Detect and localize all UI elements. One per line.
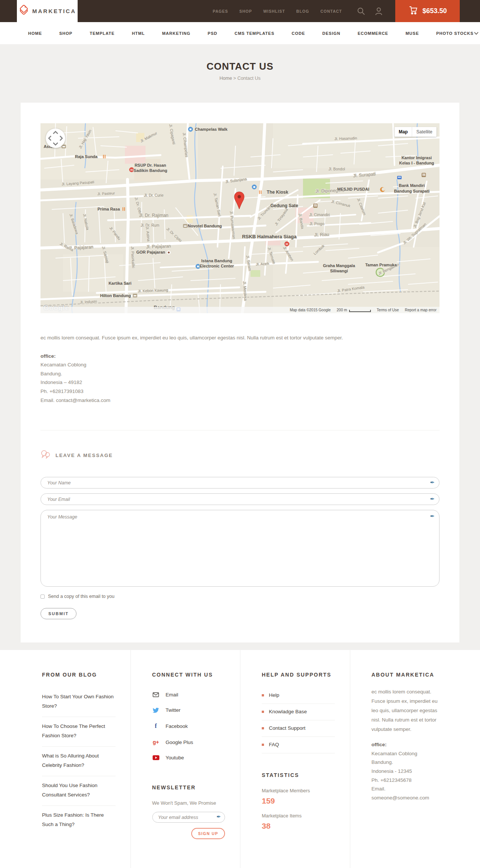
map-label: Prima Rasa xyxy=(98,207,120,211)
map-label: Novotel Bandung xyxy=(188,224,222,228)
header-nav-contact[interactable]: CONTACT xyxy=(320,9,342,13)
help-link-faq[interactable]: FAQ xyxy=(262,737,335,753)
header-nav-wishlist[interactable]: WISHLIST xyxy=(263,9,285,13)
map-label: Kelas I - Bandung xyxy=(399,161,434,165)
about-address-line: Kecamatan Coblong xyxy=(372,749,445,758)
send-copy-option: Send a copy of this email to you xyxy=(40,594,440,599)
subnav-item-code[interactable]: CODE xyxy=(292,31,305,36)
form-heading: LEAVE A MESSAGE xyxy=(56,453,113,458)
office-label: office: xyxy=(372,740,445,749)
help-label: Knowladge Base xyxy=(269,709,307,714)
search-icon[interactable] xyxy=(357,7,365,15)
subnav-item-shop[interactable]: SHOP xyxy=(59,31,72,36)
office-label: office: xyxy=(40,352,440,361)
help-link-knowladge-base[interactable]: Knowladge Base xyxy=(262,704,335,720)
social-link-google-plus[interactable]: g+Google Plus xyxy=(152,735,225,750)
map-label: Kantor Imigrasi xyxy=(402,155,432,160)
map-label: Jl. Aceh xyxy=(256,261,269,266)
blog-link[interactable]: How To Choose The Perfect Fashion Store? xyxy=(42,717,116,747)
map-label: MESJID PUSDAI xyxy=(337,187,369,191)
map-label: RSKB Halmahera Siaga xyxy=(242,234,297,239)
subnav-item-psd[interactable]: PSD xyxy=(208,31,218,36)
subnav-item-home[interactable]: HOME xyxy=(28,31,42,36)
brand-logo[interactable]: MARKETICA xyxy=(17,0,78,22)
about-address-line: Ph. +6212345678 xyxy=(372,776,445,785)
social-label: Twitter xyxy=(166,707,181,713)
map-label: Hilton Bandung xyxy=(100,293,131,298)
office-address-line: Bandung. xyxy=(40,369,440,378)
subnav-item-muse[interactable]: MUSE xyxy=(405,31,419,36)
map-pan-control[interactable] xyxy=(46,128,65,148)
chevron-down-icon[interactable] xyxy=(474,30,479,37)
cart-button[interactable]: $653.50 xyxy=(395,0,460,22)
square-bullet-icon xyxy=(262,727,264,729)
map-label: Gedung Sate xyxy=(270,203,298,208)
header-nav-blog[interactable]: BLOG xyxy=(296,9,309,13)
terms-of-use-link[interactable]: Terms of Use xyxy=(377,308,399,312)
map-label: Jl. Dr. Rum xyxy=(141,223,159,227)
social-label: Email xyxy=(166,692,178,698)
message-textarea[interactable] xyxy=(40,510,440,587)
youtube-icon xyxy=(152,755,160,760)
svg-text:H: H xyxy=(130,168,133,172)
signup-button[interactable]: SIGN UP xyxy=(191,828,225,839)
google-map[interactable]: HH Jl. Layang PasupatiJl. PasteurJl. Dr.… xyxy=(40,123,440,313)
subnav-item-html[interactable]: HTML xyxy=(132,31,145,36)
footer-blog-column: FROM OUR BLOG How To Start Your Own Fash… xyxy=(21,650,130,868)
newsletter-heading: NEWSLETTER xyxy=(152,784,225,790)
map-label: Jl. Bondol xyxy=(328,167,345,171)
connect-heading: CONNECT WITH US xyxy=(152,672,225,678)
subnav-item-design[interactable]: DESIGN xyxy=(322,31,340,36)
newsletter-email-input[interactable] xyxy=(152,812,225,823)
subnav-item-ecommerce[interactable]: ECOMMERCE xyxy=(358,31,388,36)
help-link-help[interactable]: Help xyxy=(262,687,335,704)
map-label: RSUP Dr. Hasan xyxy=(135,163,166,167)
twitter-icon xyxy=(152,708,160,713)
blog-heading: FROM OUR BLOG xyxy=(42,672,116,678)
social-link-youtube[interactable]: Youtube xyxy=(152,750,225,766)
map-label: Bandung Surapati xyxy=(394,189,430,193)
social-link-email[interactable]: Email xyxy=(152,687,225,703)
map-label: Sadikin Bandung xyxy=(134,168,167,173)
newsletter-note: We Won't Spam, We Promise xyxy=(152,800,225,806)
blog-link[interactable]: What is So Alluring About Celebrity Fash… xyxy=(42,747,116,776)
header-nav-pages[interactable]: PAGES xyxy=(213,9,228,13)
about-heading: ABOUT MARKETICA xyxy=(372,672,445,678)
about-address-line: Bandung. xyxy=(372,758,445,767)
about-address-line: Indonesia - 12345 xyxy=(372,767,445,776)
subnav-item-photo-stocks[interactable]: PHOTO STOCKS xyxy=(436,31,474,36)
help-heading: HELP AND SUPPORTS xyxy=(262,672,335,678)
statistics-heading: STATISTICS xyxy=(262,772,335,778)
subnav-item-template[interactable]: TEMPLATE xyxy=(90,31,114,36)
social-label: Facebook xyxy=(166,723,188,729)
map-scale-label: 200 m xyxy=(337,308,347,312)
blog-link[interactable]: Plus Size Fashion: Is There Such a Thing… xyxy=(42,806,116,835)
report-map-error-link[interactable]: Report a map error xyxy=(405,308,436,312)
map-label: Graha Manggala xyxy=(323,263,355,268)
submit-button[interactable]: SUBMIT xyxy=(40,608,76,619)
brand-name: MARKETICA xyxy=(32,8,76,14)
header-nav-shop[interactable]: SHOP xyxy=(239,9,252,13)
user-account-icon[interactable] xyxy=(375,7,382,15)
send-copy-checkbox[interactable] xyxy=(40,595,45,599)
name-input[interactable] xyxy=(40,477,440,489)
subnav-item-marketing[interactable]: MARKETING xyxy=(162,31,190,36)
email-input[interactable] xyxy=(40,493,440,505)
blog-link[interactable]: How To Start Your Own Fashion Store? xyxy=(42,687,116,717)
svg-text:H: H xyxy=(286,242,288,246)
map-label: Electronic Center xyxy=(200,264,234,268)
category-nav: HOMESHOPTEMPLATEHTMLMARKETINGPSDCMS TEMP… xyxy=(0,22,480,44)
breadcrumb-home[interactable]: Home xyxy=(219,76,232,81)
office-address-line: Indonesia – 49182 xyxy=(40,378,440,387)
mall-poi-icon xyxy=(252,185,257,190)
square-bullet-icon xyxy=(262,694,264,696)
satellite-view-button[interactable]: Satellite xyxy=(412,127,436,137)
blog-link[interactable]: Should You Use Fashion Consultant Servic… xyxy=(42,776,116,806)
map-view-button[interactable]: Map xyxy=(394,127,412,137)
map-label: GOR Pajajaran xyxy=(136,250,165,254)
social-link-twitter[interactable]: Twitter xyxy=(152,703,225,718)
send-copy-label: Send a copy of this email to you xyxy=(48,594,114,599)
subnav-item-cms-templates[interactable]: CMS TEMPLATES xyxy=(234,31,274,36)
help-link-contact-support[interactable]: Contact Support xyxy=(262,720,335,737)
social-link-facebook[interactable]: fFacebook xyxy=(152,718,225,735)
